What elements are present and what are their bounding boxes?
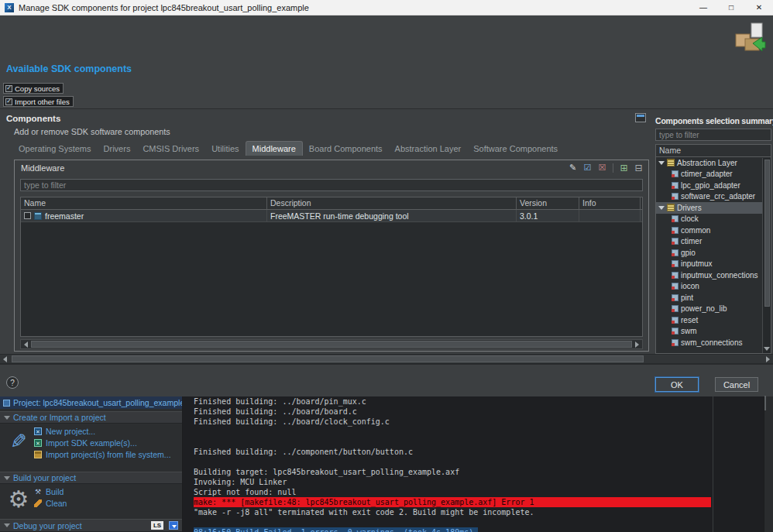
scroll-left-icon[interactable] — [3, 356, 7, 362]
link-clean[interactable]: Clean — [34, 499, 67, 508]
chevron-down-icon — [4, 476, 10, 480]
console-error-line: make: *** [makefile:48: lpc845breakout_u… — [194, 497, 711, 507]
tree-item[interactable]: common — [656, 225, 771, 236]
quickstart-panel: Project: lpc845breakout_usart_polling_ex… — [0, 396, 183, 532]
expanded-twistie-icon[interactable] — [658, 206, 665, 210]
summary-vertical-scrollbar[interactable] — [762, 158, 771, 353]
close-icon[interactable]: ✕ — [745, 0, 773, 15]
tree-item[interactable]: ctimer_adapter — [656, 169, 771, 180]
section-header-build[interactable]: Build your project — [0, 472, 182, 484]
console-line — [194, 517, 764, 527]
section-header-label: Build your project — [13, 473, 76, 482]
cell-version: 3.0.1 — [517, 210, 579, 221]
column-header-version[interactable]: Version — [517, 197, 579, 209]
scroll-right-icon[interactable] — [635, 342, 639, 348]
scroll-down-icon[interactable] — [764, 347, 770, 351]
dialog-horizontal-scrollbar[interactable] — [0, 354, 773, 364]
link-import-project-s-from-file-system[interactable]: Import project(s) from file system... — [34, 450, 171, 459]
middleware-filter-input[interactable] — [20, 179, 643, 191]
link-build[interactable]: Build — [34, 487, 67, 496]
console-line: "make -r -j8 all" terminated with exit c… — [194, 507, 764, 517]
section-header-label: Debug your project — [13, 521, 82, 530]
column-header-name[interactable]: Name — [21, 197, 267, 209]
tree-item[interactable]: swm — [656, 326, 771, 338]
import-other-files-checkbox[interactable]: ✓ Import other files — [3, 96, 74, 107]
tree-item[interactable]: software_crc_adapter — [656, 191, 771, 203]
column-header-info[interactable]: Info — [579, 197, 641, 209]
tab-board-components[interactable]: Board Components — [303, 142, 389, 156]
table-row[interactable]: freemasterFreeMASTER run-time debugging … — [21, 210, 642, 222]
project-row[interactable]: Project: lpc845breakout_usart_polling_ex… — [0, 396, 182, 409]
tree-item[interactable]: ctimer — [656, 236, 771, 248]
dialog-heading: Available SDK components — [6, 63, 132, 74]
tree-group[interactable]: Drivers — [656, 202, 771, 214]
tab-cmsis-drivers[interactable]: CMSIS Drivers — [136, 142, 205, 156]
tab-abstraction-layer[interactable]: Abstraction Layer — [389, 142, 468, 156]
table-options-icon[interactable]: ⊟ — [633, 162, 644, 173]
debug-probe-icon[interactable] — [169, 521, 178, 530]
linkserver-badge[interactable]: LS — [151, 521, 163, 530]
tab-operating-systems[interactable]: Operating Systems — [12, 142, 98, 156]
collapse-view-icon[interactable] — [635, 113, 646, 122]
scrollbar-thumb[interactable] — [12, 355, 644, 362]
tree-item[interactable]: clock — [656, 214, 771, 225]
tree-item[interactable]: inputmux_connections — [656, 269, 771, 281]
scroll-right-icon[interactable] — [766, 356, 770, 362]
component-icon — [672, 328, 679, 335]
minimize-icon[interactable]: — — [689, 0, 717, 15]
summary-filter-input[interactable] — [655, 129, 771, 141]
ok-button[interactable]: OK — [655, 377, 699, 392]
console-status-line[interactable]: 08:16:50 Build Failed. 1 errors, 0 warni… — [194, 527, 478, 532]
scrollbar-thumb[interactable] — [764, 396, 766, 410]
category-icon — [667, 159, 675, 166]
console-output[interactable]: Finished building: ../board/pin_mux.cFin… — [183, 396, 764, 532]
select-all-icon[interactable]: ☑ — [582, 162, 593, 173]
summary-column-header[interactable]: Name — [656, 145, 771, 157]
import-other-files-label: Import other files — [15, 98, 70, 106]
scrollbar-thumb[interactable] — [764, 160, 770, 307]
table-horizontal-scrollbar[interactable] — [20, 339, 643, 349]
section-header-create-import[interactable]: Create or Import a project — [0, 411, 182, 424]
maximize-icon[interactable]: □ — [717, 0, 745, 15]
copy-sources-checkbox[interactable]: ✓ Copy sources — [3, 83, 64, 94]
help-icon[interactable]: ? — [6, 376, 19, 389]
deselect-all-icon[interactable]: ☒ — [596, 162, 608, 173]
create-import-block: New project...Import SDK example(s)...Im… — [0, 424, 182, 472]
tab-utilities[interactable]: Utilities — [205, 142, 245, 156]
project-icon — [3, 400, 10, 407]
tab-software-components[interactable]: Software Components — [467, 142, 564, 156]
console-line: Invoking: MCU Linker — [194, 477, 764, 487]
cancel-button[interactable]: Cancel — [715, 377, 758, 392]
row-checkbox[interactable] — [24, 212, 31, 219]
tree-item[interactable]: iocon — [656, 281, 771, 293]
window-title: Manage SDK components for project lpc845… — [19, 3, 309, 12]
components-table-body: freemasterFreeMASTER run-time debugging … — [21, 210, 642, 222]
tree-item[interactable]: lpc_gpio_adapter — [656, 180, 771, 191]
component-icon — [672, 317, 679, 324]
tree-label: Drivers — [677, 204, 702, 212]
add-table-icon[interactable]: ⊞ — [618, 162, 630, 173]
tree-item[interactable]: reset — [656, 314, 771, 326]
tree-item[interactable]: gpio — [656, 247, 771, 259]
tab-drivers[interactable]: Drivers — [98, 142, 137, 156]
link-new-project[interactable]: New project... — [34, 427, 171, 436]
tree-group[interactable]: Abstraction Layer — [656, 157, 771, 169]
components-tabs: Operating SystemsDriversCMSIS DriversUti… — [12, 140, 564, 156]
scrollbar-thumb[interactable] — [31, 341, 632, 348]
column-header-description[interactable]: Description — [267, 197, 517, 209]
section-header-debug[interactable]: Debug your project LS — [0, 519, 182, 532]
scroll-left-icon[interactable] — [24, 342, 28, 348]
console-vertical-scrollbar[interactable] — [764, 396, 773, 532]
tree-item[interactable]: power_no_lib — [656, 304, 771, 315]
tree-label: inputmux — [681, 259, 713, 268]
tree-item[interactable]: inputmux — [656, 259, 771, 270]
tab-middleware[interactable]: Middleware — [246, 141, 303, 156]
link-label: Clean — [46, 499, 67, 508]
tree-label: lpc_gpio_adapter — [681, 181, 740, 190]
tree-item[interactable]: swm_connections — [656, 337, 771, 348]
expanded-twistie-icon[interactable] — [658, 161, 665, 165]
link-import-sdk-example-s[interactable]: Import SDK example(s)... — [34, 438, 171, 448]
tree-item[interactable]: pint — [656, 292, 771, 304]
edit-icon[interactable]: ✎ — [567, 162, 579, 173]
section-header-label: Create or Import a project — [13, 413, 106, 422]
